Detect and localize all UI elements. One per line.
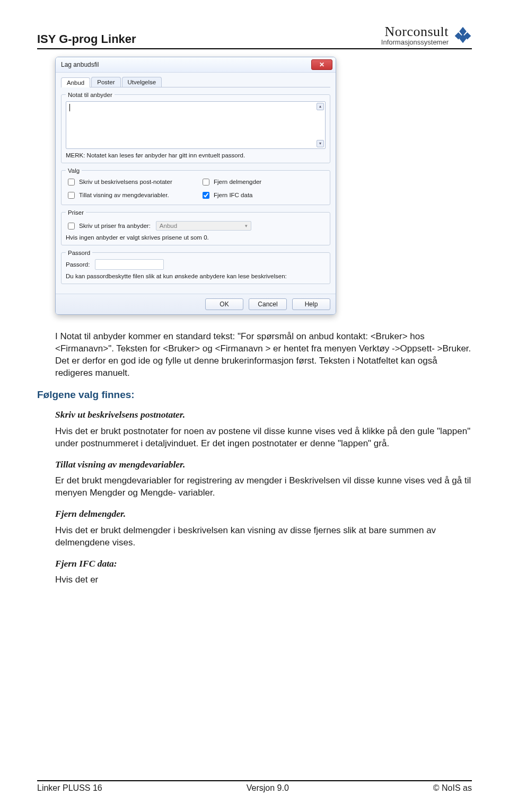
sub3-body: Hvis det er brukt delmengder i beskrivel… — [55, 525, 472, 549]
sub4-body: Hvis det er — [55, 574, 472, 586]
close-button[interactable]: ✕ — [311, 59, 332, 70]
page-footer: Linker PLUSS 16 Versjon 9.0 © NoIS as — [37, 780, 472, 793]
brand-line2: Informasjonssystemer — [381, 39, 449, 46]
tab-poster[interactable]: Poster — [91, 77, 120, 87]
intro-paragraph: I Notat til anbyder kommer en standard t… — [55, 331, 472, 379]
chk-mengdevariabler-box[interactable] — [68, 192, 75, 199]
sub2-title: Tillat visning av mengdevariabler. — [55, 458, 472, 471]
chk-fjern-ifc-box[interactable] — [203, 192, 209, 199]
sub2-body: Er det brukt mengdevariabler for registr… — [55, 475, 472, 499]
cancel-button[interactable]: Cancel — [249, 298, 287, 310]
dialog-button-bar: OK Cancel Help — [56, 294, 336, 314]
tab-utvelgelse[interactable]: Utvelgelse — [122, 77, 162, 87]
chk-fjern-delmengder-box[interactable] — [203, 179, 209, 186]
chk-postnotater-box[interactable] — [68, 179, 75, 186]
scrollbar[interactable]: ▴ ▾ — [317, 103, 324, 147]
chk-mengdevariabler-label: Tillat visning av mengdevariabler. — [79, 192, 169, 198]
group-notat: Notat til anbyder ▴ ▾ MERK: Notatet kan … — [61, 92, 330, 163]
group-passord-legend: Passord — [66, 250, 92, 256]
chk-fjern-ifc-label: Fjern IFC data — [214, 192, 253, 198]
dialog-tabs: Anbud Poster Utvelgelse — [61, 77, 330, 87]
brand: Norconsult Informasjonssystemer — [381, 24, 472, 46]
sub4-title: Fjern IFC data: — [55, 558, 472, 570]
dialog-title: Lag anbudsfil — [61, 61, 99, 68]
tab-anbud[interactable]: Anbud — [61, 77, 90, 87]
chk-priser-anbyder[interactable]: Skriv ut priser fra anbyder: — [66, 221, 151, 231]
scroll-up-icon[interactable]: ▴ — [317, 103, 324, 110]
group-notat-legend: Notat til anbyder — [66, 92, 115, 98]
dialog-window: Lag anbudsfil ✕ Anbud Poster Utvelgelse … — [55, 57, 336, 315]
section-heading: Følgene valg finnes: — [37, 388, 472, 402]
chevron-down-icon: ▾ — [245, 223, 248, 228]
group-priser-legend: Priser — [66, 209, 86, 216]
sub1-body: Hvis det er brukt postnotater for noen a… — [55, 426, 472, 450]
passord-note: Du kan passordbeskytte filen slik at kun… — [66, 273, 326, 279]
group-passord: Passord Passord: Du kan passordbeskytte … — [61, 250, 330, 284]
scroll-down-icon[interactable]: ▾ — [317, 140, 324, 147]
notat-note: MERK: Notatet kan leses før anbyder har … — [66, 152, 326, 158]
close-icon: ✕ — [319, 61, 324, 68]
ok-button[interactable]: OK — [205, 298, 243, 310]
brand-logo-icon — [454, 26, 472, 44]
passord-label: Passord: — [66, 261, 90, 268]
group-priser: Priser Skriv ut priser fra anbyder: Anbu… — [61, 209, 330, 245]
chk-priser-anbyder-box[interactable] — [68, 223, 75, 230]
sub1-title: Skriv ut beskrivelsens postnotater. — [55, 409, 472, 421]
footer-center: Versjon 9.0 — [247, 783, 289, 793]
passord-input[interactable] — [95, 259, 164, 270]
group-valg: Valg Skriv ut beskrivelsens post-notater… — [61, 167, 330, 205]
chk-mengdevariabler[interactable]: Tillat visning av mengdevariabler. — [66, 190, 191, 200]
select-anbyder[interactable]: Anbud ▾ — [156, 221, 251, 231]
priser-note: Hvis ingen anbyder er valgt skrives pris… — [66, 234, 326, 241]
chk-fjern-ifc[interactable]: Fjern IFC data — [200, 190, 326, 200]
select-anbyder-value: Anbud — [160, 223, 177, 229]
chk-postnotater-label: Skriv ut beskrivelsens post-notater — [79, 179, 172, 185]
doc-title: ISY G-prog Linker — [37, 32, 136, 46]
notat-textarea[interactable]: ▴ ▾ — [66, 101, 326, 149]
chk-priser-anbyder-label: Skriv ut priser fra anbyder: — [79, 223, 151, 229]
body-content: I Notat til anbyder kommer en standard t… — [55, 331, 472, 586]
chk-postnotater[interactable]: Skriv ut beskrivelsens post-notater — [66, 177, 191, 187]
footer-left: Linker PLUSS 16 — [37, 783, 102, 793]
document-header: ISY G-prog Linker Norconsult Informasjon… — [37, 24, 472, 49]
brand-line1: Norconsult — [381, 24, 449, 39]
chk-fjern-delmengder-label: Fjern delmengder — [214, 179, 261, 185]
dialog-titlebar: Lag anbudsfil ✕ — [56, 57, 336, 73]
sub3-title: Fjern delmengder. — [55, 508, 472, 520]
chk-fjern-delmengder[interactable]: Fjern delmengder — [200, 177, 326, 187]
group-valg-legend: Valg — [66, 167, 82, 174]
footer-right: © NoIS as — [433, 783, 472, 793]
help-button[interactable]: Help — [292, 298, 330, 310]
